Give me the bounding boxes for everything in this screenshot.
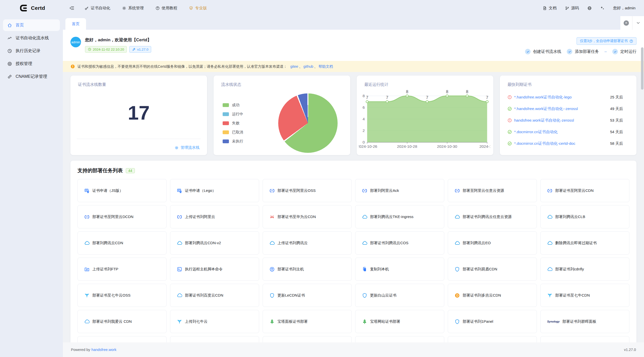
expiring-cert-row: *.docmirror.cn证书自动化54 天后: [507, 126, 630, 138]
okc-icon: [507, 130, 512, 134]
task-tencent[interactable]: 上传证书到腾讯云: [263, 231, 352, 255]
card-title: 证书流水线数量: [70, 76, 207, 87]
legend-swatch: [223, 130, 229, 134]
task-tencent[interactable]: 部署证书到腾讯云COS: [355, 231, 444, 255]
notice-link[interactable]: github: [303, 64, 313, 68]
task-bt[interactable]: 宝塔网站证书部署: [355, 310, 444, 333]
task-aliyun[interactable]: 部署证书至阿里云CDN: [540, 179, 629, 202]
task-bt[interactable]: 宝塔面板证书部署: [263, 310, 352, 333]
expiring-cert-link[interactable]: *.handsfree.work证书自动化-lego: [514, 95, 572, 100]
task-shield[interactable]: 更新白山云证书: [355, 284, 444, 307]
user-greeting[interactable]: 您好，admin: [613, 6, 635, 11]
aliyun-icon: [269, 188, 275, 193]
task-doge[interactable]: 部署证书到多吉云CDN: [448, 284, 537, 307]
task-tencent[interactable]: 部署到腾讯云TKE-ingress: [355, 205, 444, 228]
task-qiniu[interactable]: 部署证书至七牛云OSS: [77, 284, 167, 307]
sidebar-item[interactable]: 首页: [3, 19, 60, 31]
topbar-link[interactable]: 文档: [543, 6, 556, 11]
expiring-cert-days: 58 天后: [610, 141, 630, 146]
notice-link[interactable]: 帮助文档: [318, 64, 333, 68]
task-shield[interactable]: 部署证书到易盾CDN: [448, 258, 537, 281]
check-circle-icon: [612, 49, 618, 54]
legend-item[interactable]: 未执行: [223, 139, 243, 144]
task-cert[interactable]: 证书申请（Lego）: [170, 179, 259, 202]
manage-pipelines-link[interactable]: 管理流水线: [175, 145, 199, 150]
tab-home[interactable]: 首页: [65, 18, 86, 30]
task-cloud[interactable]: 部署证书到cdnfly: [540, 258, 629, 281]
task-cloud[interactable]: 部署证书到百度云CDN: [170, 284, 259, 307]
task-partial: [263, 336, 352, 342]
topbar: Certd 证书自动化系统管理使用教程专业版 文档源码 您好，admin: [0, 0, 644, 16]
sidebar-item[interactable]: 执行历史记录: [3, 45, 60, 57]
task-tencent[interactable]: 部署到腾讯云CDN: [77, 231, 167, 255]
sidebar-item[interactable]: 证书自动化流水线: [3, 32, 60, 44]
task-aliyun[interactable]: 部署证书至阿里云DCDN: [77, 205, 167, 228]
close-tab-button[interactable]: ✕: [620, 16, 632, 30]
task-synology[interactable]: Synology部署证书到群晖面板: [540, 310, 629, 333]
sidebar-item[interactable]: 授权管理: [3, 58, 60, 69]
task-cert[interactable]: 证书申请（JS版）: [77, 179, 167, 202]
task-tencent[interactable]: 部署到腾讯云CDN-v2: [170, 231, 259, 255]
topbar-menu-item[interactable]: 系统管理: [122, 6, 144, 11]
tab-actions: ✕: [620, 16, 644, 30]
task-qiniu[interactable]: 部署证书至七牛CDN: [540, 284, 629, 307]
synology-icon: Synology: [547, 320, 560, 323]
gear-icon: [175, 146, 179, 150]
status-chart: 成功运行中失败已取消未执行: [214, 87, 350, 153]
legend-item[interactable]: 成功: [223, 103, 243, 108]
scrollbar-thumb[interactable]: [641, 47, 643, 90]
task-huawei[interactable]: 部署证书至华为云CDN: [263, 205, 352, 228]
legend-item[interactable]: 运行中: [223, 112, 243, 117]
topbar-menu-item[interactable]: 专业版: [189, 6, 207, 11]
expiring-cert-link[interactable]: *.handsfree.work证书自动化--zerossl: [514, 106, 578, 112]
legend-item[interactable]: 已取消: [223, 130, 243, 135]
okc-icon: [507, 106, 512, 111]
sidebar-item[interactable]: CNAME记录管理: [3, 71, 60, 82]
task-aliyun[interactable]: 部署至阿里云任意云资源: [448, 179, 537, 202]
handsfree-link[interactable]: handsfree.work: [92, 348, 116, 352]
avatar[interactable]: admin: [70, 37, 81, 47]
brand[interactable]: Certd: [0, 4, 63, 13]
collapse-sidebar-button[interactable]: [69, 6, 74, 11]
task-script[interactable]: 执行远程主机脚本命令: [170, 258, 259, 281]
runs-area-chart: 024682024-10-262024-10-282024-10-302024-…: [359, 88, 490, 151]
ftp-icon: [84, 267, 90, 272]
task-shield[interactable]: 部署证书到1Panel: [448, 310, 537, 333]
task-tencent[interactable]: 部署到腾讯云CLB: [540, 205, 629, 228]
notice-link[interactable]: gitee: [290, 64, 298, 68]
task-host[interactable]: 部署证书到主机: [263, 258, 352, 281]
topbar-link[interactable]: [587, 6, 592, 11]
task-copy[interactable]: 复制到本机: [355, 258, 444, 281]
task-cloud[interactable]: 部署证书到我爱云 CDN: [77, 310, 167, 333]
fold-icon: [69, 6, 74, 11]
expiring-cert-link[interactable]: *.docmirror.cn证书自动化: [514, 129, 558, 135]
topbar-link[interactable]: [600, 6, 605, 11]
task-tencent[interactable]: 部署到腾讯云EO: [448, 231, 537, 255]
certd-dashboard: Certd 证书自动化系统管理使用教程专业版 文档源码 您好，admin 首页证…: [0, 0, 644, 357]
question-icon: [155, 6, 160, 10]
topbar-menu-item[interactable]: 使用教程: [155, 6, 177, 11]
promo-badge[interactable]: 仅需3步，全自动申请部署证书: [577, 37, 636, 45]
task-ftp[interactable]: 上传证书到FTP: [77, 258, 167, 281]
task-tencent[interactable]: 部署证书到腾讯云任意云资源: [448, 205, 537, 228]
tencent-icon: [177, 240, 182, 246]
task-shield[interactable]: 更新LeCDN证书: [263, 284, 352, 307]
task-aliyun[interactable]: 部署到阿里云Ack: [355, 179, 444, 202]
pipeline-count-value: 17: [70, 101, 207, 124]
setup-step: 定时运行: [612, 49, 636, 54]
gear-icon: [122, 6, 126, 10]
task-aliyun[interactable]: 上传证书到阿里云: [170, 205, 259, 228]
topbar-menu: 证书自动化系统管理使用教程专业版: [85, 6, 207, 11]
expiring-certs-card: 最快到期证书 *.handsfree.work证书自动化-lego25 天后*.…: [500, 76, 636, 155]
close-icon: ✕: [624, 20, 629, 26]
topbar-link[interactable]: 源码: [565, 6, 579, 11]
expiring-cert-link[interactable]: handsfree.work证书自动化-zerossl: [514, 118, 574, 123]
collapse-tabbar-button[interactable]: [632, 16, 644, 30]
topbar-menu-item[interactable]: 证书自动化: [85, 6, 110, 11]
task-aliyun[interactable]: 部署证书至阿里云OSS: [263, 179, 352, 202]
legend-item[interactable]: 失败: [223, 121, 243, 126]
task-tencent[interactable]: 删除腾讯云即将过期证书: [540, 231, 629, 255]
expiring-cert-link[interactable]: *.docmirror.cn证书自动化-certd-doc: [514, 141, 575, 146]
task-partial: [448, 336, 537, 342]
task-qiniu[interactable]: 上传到七牛云: [170, 310, 259, 333]
